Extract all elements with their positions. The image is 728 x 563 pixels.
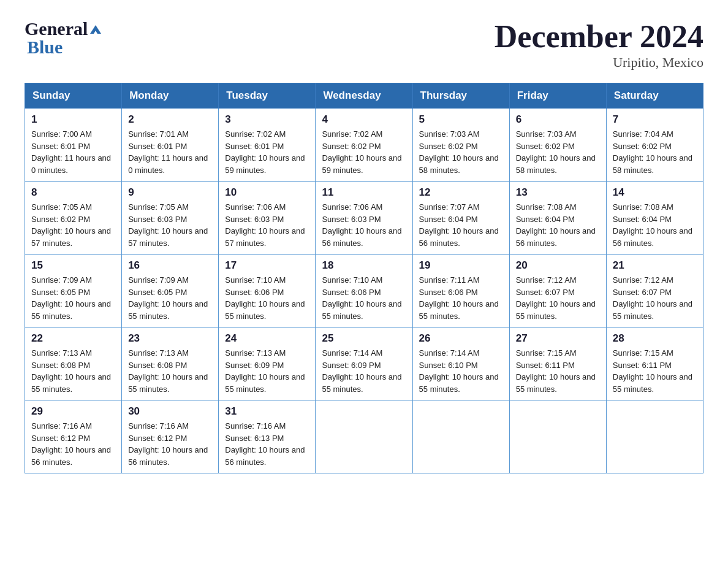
logo-general-text: General — [25, 18, 88, 39]
table-row — [412, 400, 509, 473]
table-row: 30 Sunrise: 7:16 AMSunset: 6:12 PMDaylig… — [122, 400, 219, 473]
table-row: 9 Sunrise: 7:05 AMSunset: 6:03 PMDayligh… — [122, 182, 219, 255]
table-row: 14 Sunrise: 7:08 AMSunset: 6:04 PMDaylig… — [606, 182, 703, 255]
day-number: 30 — [128, 405, 212, 418]
table-row: 18 Sunrise: 7:10 AMSunset: 6:06 PMDaylig… — [316, 255, 412, 327]
day-number: 24 — [225, 332, 309, 345]
day-info: Sunrise: 7:08 AMSunset: 6:04 PMDaylight:… — [613, 202, 692, 248]
table-row: 20 Sunrise: 7:12 AMSunset: 6:07 PMDaylig… — [509, 255, 606, 327]
title-section: December 2024 Uripitio, Mexico — [495, 18, 703, 71]
day-number: 16 — [128, 259, 212, 272]
day-info: Sunrise: 7:06 AMSunset: 6:03 PMDaylight:… — [322, 202, 401, 248]
day-number: 26 — [419, 332, 503, 345]
day-info: Sunrise: 7:04 AMSunset: 6:02 PMDaylight:… — [613, 129, 692, 175]
day-info: Sunrise: 7:14 AMSunset: 6:09 PMDaylight:… — [322, 348, 401, 394]
table-row: 31 Sunrise: 7:16 AMSunset: 6:13 PMDaylig… — [219, 400, 316, 473]
day-info: Sunrise: 7:09 AMSunset: 6:05 PMDaylight:… — [31, 275, 111, 321]
col-tuesday: Tuesday — [219, 83, 316, 109]
day-number: 28 — [613, 332, 697, 345]
day-number: 14 — [613, 186, 697, 199]
day-info: Sunrise: 7:12 AMSunset: 6:07 PMDaylight:… — [613, 275, 692, 321]
col-saturday: Saturday — [606, 83, 703, 109]
day-info: Sunrise: 7:05 AMSunset: 6:02 PMDaylight:… — [31, 202, 111, 248]
day-number: 11 — [322, 186, 406, 199]
table-row: 13 Sunrise: 7:08 AMSunset: 6:04 PMDaylig… — [509, 182, 606, 255]
table-row: 22 Sunrise: 7:13 AMSunset: 6:08 PMDaylig… — [25, 327, 122, 400]
location-subtitle: Uripitio, Mexico — [495, 55, 703, 71]
table-row: 28 Sunrise: 7:15 AMSunset: 6:11 PMDaylig… — [606, 327, 703, 400]
day-number: 31 — [225, 405, 309, 418]
table-row: 3 Sunrise: 7:02 AMSunset: 6:01 PMDayligh… — [219, 109, 316, 182]
day-info: Sunrise: 7:16 AMSunset: 6:12 PMDaylight:… — [31, 421, 111, 467]
col-wednesday: Wednesday — [316, 83, 412, 109]
calendar-week-row: 22 Sunrise: 7:13 AMSunset: 6:08 PMDaylig… — [25, 327, 703, 400]
day-info: Sunrise: 7:03 AMSunset: 6:02 PMDaylight:… — [419, 129, 499, 175]
day-number: 23 — [128, 332, 212, 345]
day-info: Sunrise: 7:10 AMSunset: 6:06 PMDaylight:… — [322, 275, 401, 321]
day-info: Sunrise: 7:16 AMSunset: 6:13 PMDaylight:… — [225, 421, 305, 467]
table-row: 15 Sunrise: 7:09 AMSunset: 6:05 PMDaylig… — [25, 255, 122, 327]
calendar-week-row: 15 Sunrise: 7:09 AMSunset: 6:05 PMDaylig… — [25, 255, 703, 327]
day-info: Sunrise: 7:02 AMSunset: 6:01 PMDaylight:… — [225, 129, 305, 175]
day-number: 18 — [322, 259, 406, 272]
table-row: 21 Sunrise: 7:12 AMSunset: 6:07 PMDaylig… — [606, 255, 703, 327]
table-row: 29 Sunrise: 7:16 AMSunset: 6:12 PMDaylig… — [25, 400, 122, 473]
table-row: 2 Sunrise: 7:01 AMSunset: 6:01 PMDayligh… — [122, 109, 219, 182]
day-info: Sunrise: 7:08 AMSunset: 6:04 PMDaylight:… — [516, 202, 596, 248]
day-info: Sunrise: 7:05 AMSunset: 6:03 PMDaylight:… — [128, 202, 208, 248]
day-info: Sunrise: 7:11 AMSunset: 6:06 PMDaylight:… — [419, 275, 499, 321]
day-info: Sunrise: 7:10 AMSunset: 6:06 PMDaylight:… — [225, 275, 305, 321]
day-info: Sunrise: 7:13 AMSunset: 6:08 PMDaylight:… — [31, 348, 111, 394]
day-info: Sunrise: 7:07 AMSunset: 6:04 PMDaylight:… — [419, 202, 499, 248]
day-number: 8 — [31, 186, 115, 199]
day-info: Sunrise: 7:03 AMSunset: 6:02 PMDaylight:… — [516, 129, 596, 175]
logo: General Blue — [25, 18, 102, 58]
day-number: 20 — [516, 259, 600, 272]
table-row: 7 Sunrise: 7:04 AMSunset: 6:02 PMDayligh… — [606, 109, 703, 182]
table-row: 23 Sunrise: 7:13 AMSunset: 6:08 PMDaylig… — [122, 327, 219, 400]
day-info: Sunrise: 7:12 AMSunset: 6:07 PMDaylight:… — [516, 275, 596, 321]
logo-blue-text: Blue — [27, 37, 63, 58]
table-row: 26 Sunrise: 7:14 AMSunset: 6:10 PMDaylig… — [412, 327, 509, 400]
col-friday: Friday — [509, 83, 606, 109]
day-info: Sunrise: 7:16 AMSunset: 6:12 PMDaylight:… — [128, 421, 208, 467]
day-info: Sunrise: 7:09 AMSunset: 6:05 PMDaylight:… — [128, 275, 208, 321]
table-row: 17 Sunrise: 7:10 AMSunset: 6:06 PMDaylig… — [219, 255, 316, 327]
calendar-week-row: 29 Sunrise: 7:16 AMSunset: 6:12 PMDaylig… — [25, 400, 703, 473]
col-sunday: Sunday — [25, 83, 122, 109]
table-row: 4 Sunrise: 7:02 AMSunset: 6:02 PMDayligh… — [316, 109, 412, 182]
day-info: Sunrise: 7:14 AMSunset: 6:10 PMDaylight:… — [419, 348, 499, 394]
day-number: 1 — [31, 113, 115, 126]
day-number: 13 — [516, 186, 600, 199]
day-info: Sunrise: 7:06 AMSunset: 6:03 PMDaylight:… — [225, 202, 305, 248]
logo-triangle-icon — [89, 23, 102, 36]
month-title: December 2024 — [495, 18, 703, 55]
calendar-week-row: 1 Sunrise: 7:00 AMSunset: 6:01 PMDayligh… — [25, 109, 703, 182]
day-number: 27 — [516, 332, 600, 345]
table-row — [509, 400, 606, 473]
day-number: 17 — [225, 259, 309, 272]
day-number: 7 — [613, 113, 697, 126]
day-number: 22 — [31, 332, 115, 345]
day-number: 29 — [31, 405, 115, 418]
day-number: 6 — [516, 113, 600, 126]
day-number: 15 — [31, 259, 115, 272]
day-number: 25 — [322, 332, 406, 345]
table-row — [606, 400, 703, 473]
day-info: Sunrise: 7:01 AMSunset: 6:01 PMDaylight:… — [128, 129, 208, 175]
day-info: Sunrise: 7:02 AMSunset: 6:02 PMDaylight:… — [322, 129, 401, 175]
calendar-week-row: 8 Sunrise: 7:05 AMSunset: 6:02 PMDayligh… — [25, 182, 703, 255]
table-row: 1 Sunrise: 7:00 AMSunset: 6:01 PMDayligh… — [25, 109, 122, 182]
calendar-table: Sunday Monday Tuesday Wednesday Thursday… — [25, 83, 703, 473]
day-info: Sunrise: 7:15 AMSunset: 6:11 PMDaylight:… — [613, 348, 692, 394]
day-info: Sunrise: 7:13 AMSunset: 6:08 PMDaylight:… — [128, 348, 208, 394]
table-row: 10 Sunrise: 7:06 AMSunset: 6:03 PMDaylig… — [219, 182, 316, 255]
day-info: Sunrise: 7:13 AMSunset: 6:09 PMDaylight:… — [225, 348, 305, 394]
calendar-header-row: Sunday Monday Tuesday Wednesday Thursday… — [25, 83, 703, 109]
day-number: 12 — [419, 186, 503, 199]
table-row: 25 Sunrise: 7:14 AMSunset: 6:09 PMDaylig… — [316, 327, 412, 400]
col-monday: Monday — [122, 83, 219, 109]
day-number: 2 — [128, 113, 212, 126]
day-info: Sunrise: 7:15 AMSunset: 6:11 PMDaylight:… — [516, 348, 596, 394]
day-number: 4 — [322, 113, 406, 126]
